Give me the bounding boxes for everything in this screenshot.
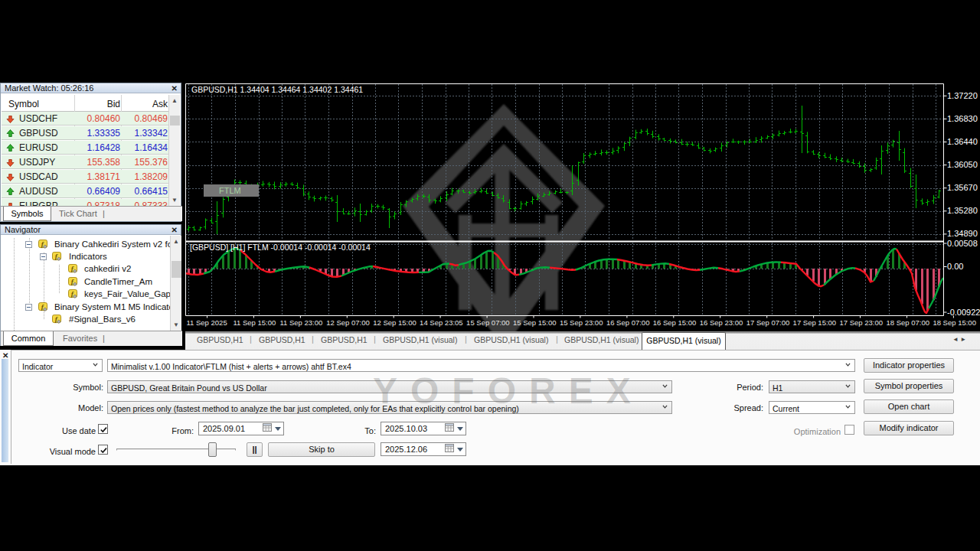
svg-text:1.35280: 1.35280 xyxy=(947,206,978,215)
svg-text:17 Sep 15:00: 17 Sep 15:00 xyxy=(793,318,837,327)
svg-text:1.35670: 1.35670 xyxy=(947,183,978,192)
svg-text:18 Sep 07:00: 18 Sep 07:00 xyxy=(887,318,930,327)
svg-text:[GBPUSD] [H1] FTLM -0.00014 -0: [GBPUSD] [H1] FTLM -0.00014 -0.00014 -0.… xyxy=(190,243,371,252)
svg-text:11 Sep 2025: 11 Sep 2025 xyxy=(187,318,227,327)
svg-text:1.37220: 1.37220 xyxy=(947,91,978,100)
svg-text:1.34890: 1.34890 xyxy=(947,229,978,238)
svg-text:FTLM: FTLM xyxy=(219,186,241,195)
svg-text:1.36830: 1.36830 xyxy=(947,114,978,123)
svg-text:12 Sep 15:00: 12 Sep 15:00 xyxy=(373,318,416,327)
svg-text:14 Sep 23:05: 14 Sep 23:05 xyxy=(420,318,463,327)
svg-text:1.36050: 1.36050 xyxy=(947,160,978,169)
svg-text:0.00: 0.00 xyxy=(947,262,963,271)
svg-text:17 Sep 23:00: 17 Sep 23:00 xyxy=(840,318,884,327)
svg-text:GBPUSD,H1 1.34404 1.34464 1.3: GBPUSD,H1 1.34404 1.34464 1.34402 1.3446… xyxy=(191,85,363,94)
svg-text:16 Sep 15:00: 16 Sep 15:00 xyxy=(653,318,697,327)
svg-text:15 Sep 15:00: 15 Sep 15:00 xyxy=(513,318,557,327)
svg-text:15 Sep 23:00: 15 Sep 23:00 xyxy=(560,318,603,327)
svg-text:1.36440: 1.36440 xyxy=(947,137,978,146)
svg-text:11 Sep 15:00: 11 Sep 15:00 xyxy=(233,318,276,327)
svg-text:11 Sep 23:00: 11 Sep 23:00 xyxy=(279,318,322,327)
svg-text:15 Sep 07:00: 15 Sep 07:00 xyxy=(466,318,510,327)
svg-text:17 Sep 07:00: 17 Sep 07:00 xyxy=(746,318,790,327)
svg-text:0.00508: 0.00508 xyxy=(947,239,978,248)
svg-text:18 Sep 15:00: 18 Sep 15:00 xyxy=(933,318,976,327)
svg-text:12 Sep 07:00: 12 Sep 07:00 xyxy=(326,318,370,327)
svg-text:-0.00922: -0.00922 xyxy=(947,308,980,317)
svg-text:16 Sep 23:00: 16 Sep 23:00 xyxy=(700,318,743,327)
svg-text:16 Sep 07:00: 16 Sep 07:00 xyxy=(606,318,650,327)
